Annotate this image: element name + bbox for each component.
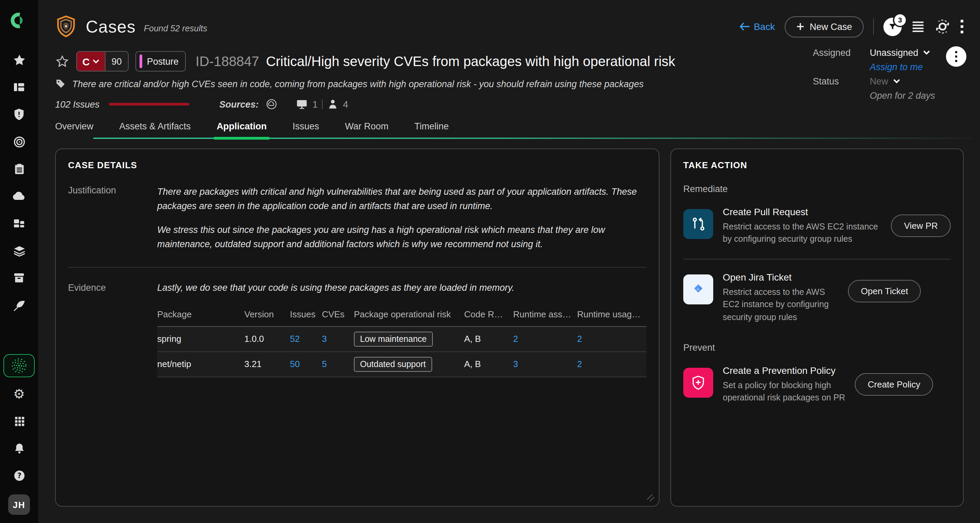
- severity-badge[interactable]: C 90: [76, 51, 129, 72]
- col-code-repo: Code Repo: [464, 309, 513, 319]
- cell-runtime-assets-link[interactable]: 2: [513, 334, 577, 344]
- tag-icon: [55, 78, 66, 89]
- cell-runtime-usage-link[interactable]: 2: [577, 334, 646, 344]
- quill-icon[interactable]: [5, 292, 33, 319]
- people-count: 4: [343, 99, 348, 110]
- category-badge[interactable]: Posture: [135, 51, 186, 72]
- new-case-button[interactable]: New Case: [784, 16, 864, 37]
- justification-row: Justification There are packages with cr…: [68, 185, 646, 261]
- cell-version: 3.21: [244, 359, 290, 369]
- prevent-label: Prevent: [683, 342, 951, 352]
- action-description: Set a policy for blocking high operation…: [723, 379, 845, 404]
- sidebar-bottom: ⚙ ? JH: [3, 354, 35, 515]
- severity-score: 90: [105, 52, 128, 71]
- table-header-row: Package Version Issues CVEs Package oper…: [157, 309, 646, 327]
- layers-icon[interactable]: [5, 237, 33, 264]
- monitor-icon: [295, 98, 308, 110]
- chevron-down-icon: [893, 79, 900, 84]
- filter-button[interactable]: 3: [883, 18, 902, 36]
- shield-alert-icon[interactable]: [5, 101, 33, 128]
- tab-issues[interactable]: Issues: [293, 121, 319, 139]
- tab-application[interactable]: Application: [217, 121, 267, 139]
- page-header: Cases Found 52 results Back New Case 3: [38, 0, 980, 42]
- take-action-panel: TAKE ACTION Remediate Create Pull Reques…: [670, 148, 964, 507]
- table-row: spring 1.0.0 52 3 Low maintenance A, B 2…: [157, 327, 646, 352]
- take-action-heading: TAKE ACTION: [683, 160, 951, 170]
- clipboard-icon[interactable]: [5, 155, 33, 182]
- cell-issues-link[interactable]: 52: [290, 334, 322, 344]
- case-header: C 90 Posture ID-188847 Critical/High sev…: [38, 42, 980, 110]
- cell-runtime-assets-link[interactable]: 3: [513, 359, 577, 369]
- layout-icon[interactable]: [5, 73, 33, 101]
- sources-label: Sources:: [220, 99, 259, 109]
- open-ticket-button[interactable]: Open Ticket: [848, 280, 921, 303]
- status-label: Status: [813, 76, 851, 86]
- risk-badge: Outdated support: [354, 357, 432, 372]
- justification-label: Justification: [68, 185, 157, 261]
- tab-content: CASE DETAILS Justification There are pac…: [55, 148, 964, 523]
- create-policy-button[interactable]: Create Policy: [855, 373, 933, 395]
- cell-cves-link[interactable]: 3: [322, 334, 354, 344]
- archive-icon[interactable]: [5, 264, 33, 292]
- plus-icon: [796, 22, 804, 31]
- cell-package: spring: [157, 334, 244, 344]
- remediate-label: Remediate: [683, 184, 951, 194]
- action-title: Create Pull Request: [723, 206, 882, 217]
- back-button[interactable]: Back: [739, 21, 775, 32]
- svg-text:?: ?: [17, 471, 21, 480]
- status-dropdown[interactable]: New: [870, 76, 935, 86]
- view-pr-button[interactable]: View PR: [891, 215, 951, 237]
- favorite-star-icon[interactable]: [55, 54, 69, 69]
- cloud-source-icon[interactable]: [266, 98, 278, 110]
- tab-overview[interactable]: Overview: [55, 121, 94, 139]
- bell-icon[interactable]: [5, 434, 33, 462]
- evidence-row: Evidence Lastly, we do see that your cod…: [68, 282, 646, 377]
- cases-shield-icon: [55, 15, 77, 38]
- assigned-dropdown[interactable]: Unassigned: [870, 48, 935, 58]
- star-icon[interactable]: [5, 46, 33, 73]
- apps-grid-icon[interactable]: [5, 407, 33, 434]
- tab-assets-artifacts[interactable]: Assets & Artifacts: [119, 121, 191, 139]
- cell-risk: Low maintenance: [354, 331, 464, 346]
- resize-handle-icon[interactable]: [646, 494, 655, 502]
- action-description: Restrict access to the AWS EC2 instance …: [723, 286, 838, 324]
- tab-war-room[interactable]: War Room: [345, 121, 388, 139]
- case-menu-button[interactable]: [946, 46, 966, 67]
- cloud-icon[interactable]: [5, 182, 33, 210]
- cell-cves-link[interactable]: 5: [322, 359, 354, 369]
- action-description: Restrict access to the AWS EC2 instance …: [723, 221, 882, 246]
- col-risk: Package operational risk: [354, 309, 464, 319]
- active-product-spiral-icon[interactable]: [3, 354, 35, 377]
- case-id: ID-188847: [196, 53, 259, 69]
- sync-icon[interactable]: [934, 18, 951, 35]
- results-count: Found 52 results: [144, 24, 207, 33]
- cell-runtime-usage-link[interactable]: 2: [577, 359, 646, 369]
- assignment-block: Assigned Unassigned Assign to me Status …: [813, 48, 935, 101]
- justification-paragraph-2: We stress this out since the packages yo…: [157, 223, 646, 252]
- cell-issues-link[interactable]: 50: [290, 359, 322, 369]
- header-divider: [873, 18, 874, 35]
- target-icon[interactable]: [5, 128, 33, 155]
- help-icon[interactable]: ?: [5, 462, 33, 489]
- action-title: Create a Prevention Policy: [723, 365, 845, 376]
- monitor-count: 1: [312, 99, 318, 110]
- blocks-icon[interactable]: [5, 210, 33, 237]
- kebab-menu-icon: [955, 51, 958, 62]
- people-source-group[interactable]: 4: [327, 98, 348, 110]
- evidence-label: Evidence: [68, 282, 157, 377]
- col-runtime-assets: Runtime assets: [513, 309, 577, 319]
- gear-icon[interactable]: ⚙: [5, 380, 33, 407]
- list-view-icon[interactable]: [911, 21, 925, 33]
- kebab-menu-icon[interactable]: [960, 20, 964, 33]
- user-avatar[interactable]: JH: [8, 494, 30, 515]
- col-version: Version: [244, 309, 290, 319]
- monitor-source-group[interactable]: 1: [295, 98, 318, 110]
- brand-logo-icon[interactable]: [10, 7, 28, 34]
- issues-count: 102 Issues: [55, 99, 100, 109]
- sources-divider: [322, 99, 323, 109]
- tab-timeline[interactable]: Timeline: [414, 121, 449, 139]
- page-title: Cases: [86, 17, 136, 37]
- status-age: Open for 2 days: [870, 91, 935, 101]
- header-actions: Back New Case 3: [739, 16, 964, 37]
- assign-to-me-link[interactable]: Assign to me: [870, 62, 935, 72]
